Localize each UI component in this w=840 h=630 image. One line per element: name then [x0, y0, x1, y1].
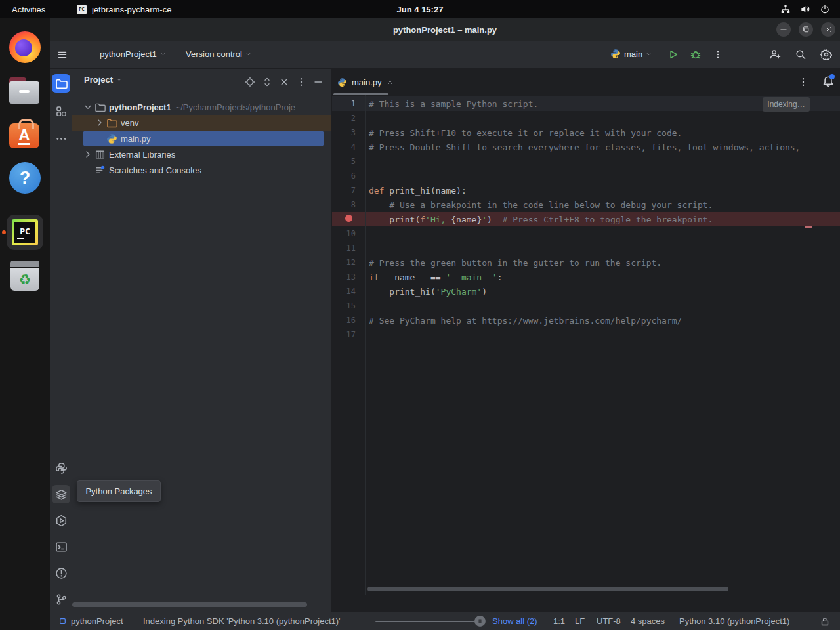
tree-item-external-libraries[interactable]: External Libraries [72, 146, 331, 162]
close-icon [824, 26, 832, 33]
stripe-project-folder-button[interactable] [52, 74, 70, 93]
breakpoint-stripe-mark [805, 226, 812, 228]
line-number[interactable]: 3 [332, 128, 356, 137]
chevron-right-icon[interactable] [94, 117, 105, 128]
vcs-selector[interactable]: Version control [186, 49, 251, 59]
stripe-python-packages-button[interactable] [52, 485, 70, 503]
line-number[interactable]: 16 [332, 316, 356, 325]
stripe-services-button[interactable] [52, 511, 70, 530]
notifications-bell[interactable] [822, 75, 835, 88]
dock-files-icon[interactable] [9, 75, 41, 106]
clock[interactable]: Jun 4 15:27 [397, 5, 444, 14]
interpreter-widget[interactable]: Python 3.10 (pythonProject1) [679, 612, 789, 630]
pause-indexing-button[interactable] [474, 616, 486, 627]
code-text: # See PyCharm help at https://www.jetbra… [356, 316, 682, 326]
line-number[interactable]: 11 [332, 243, 356, 253]
dock-firefox-icon[interactable] [9, 32, 41, 63]
stripe-terminal-button[interactable] [52, 537, 70, 556]
tree-item-pythonproject1[interactable]: pythonProject1~/PycharmProjects/pythonPr… [72, 99, 331, 115]
project-panel-header[interactable]: Project [84, 75, 122, 85]
line-number[interactable]: 1 [332, 99, 356, 108]
chevron-down-icon[interactable] [83, 102, 93, 112]
window-maximize-button[interactable] [799, 22, 813, 37]
stripe-version-control-button[interactable] [52, 590, 70, 608]
stripe-more-button[interactable] [52, 129, 70, 148]
window-minimize-button[interactable] [776, 22, 791, 37]
line-number[interactable]: 10 [332, 229, 356, 238]
search-everywhere-icon[interactable] [795, 49, 807, 60]
expand-all-icon[interactable] [262, 77, 272, 87]
tab-main-py[interactable]: main.py [337, 69, 394, 95]
run-button[interactable] [667, 49, 679, 60]
panel-horizontal-scrollbar[interactable] [72, 602, 307, 607]
problems-icon [55, 567, 68, 579]
encoding: UTF-8 [597, 616, 621, 626]
window-titlebar[interactable]: pythonProject1 – main.py [50, 18, 840, 41]
code-line-13: 13if __name__ == '__main__': [332, 270, 840, 284]
code-line-10: 10 [332, 226, 840, 241]
window-title: pythonProject1 – main.py [393, 25, 497, 35]
line-number[interactable]: 7 [332, 186, 356, 195]
tree-item-venv[interactable]: venv [72, 115, 331, 131]
collapse-all-icon[interactable] [279, 77, 289, 87]
status-project-widget[interactable]: pythonProject [59, 612, 123, 630]
tree-item-label: venv [121, 118, 138, 128]
gutter-separator [365, 95, 366, 595]
tab-close-icon[interactable] [387, 79, 394, 86]
locate-icon[interactable] [245, 77, 255, 87]
line-number[interactable]: 12 [332, 258, 356, 267]
code-area[interactable]: 1# This is a sample Python script.23# Pr… [332, 96, 840, 582]
breakpoint-gutter[interactable] [332, 215, 356, 224]
line-number[interactable]: 6 [332, 171, 356, 180]
code-line-7: 7def print_hi(name): [332, 183, 840, 198]
debug-button[interactable] [690, 49, 702, 60]
code-text: # Use a breakpoint in the code line belo… [356, 200, 713, 210]
line-number[interactable]: 2 [332, 114, 356, 123]
line-number[interactable]: 17 [332, 330, 356, 339]
notification-dot [830, 74, 835, 79]
line-number[interactable]: 14 [332, 287, 356, 296]
line-ending: LF [575, 616, 585, 626]
chevron-down-icon [245, 51, 251, 57]
project-selector[interactable]: pythonProject1 [100, 49, 166, 59]
volume-icon[interactable] [800, 4, 810, 14]
show-all-link[interactable]: Show all (2) [492, 612, 537, 630]
encoding-widget[interactable]: UTF-8 [597, 612, 621, 630]
tree-item-main-py[interactable]: main.py [72, 131, 331, 146]
line-number[interactable]: 13 [332, 272, 356, 282]
status-progress-text-wrap: Indexing Python SDK 'Python 3.10 (python… [143, 612, 341, 630]
dock-pycharm-icon[interactable]: PC [9, 215, 41, 246]
more-actions-icon[interactable] [713, 49, 723, 60]
indent-widget[interactable]: 4 spaces [631, 612, 665, 630]
line-number[interactable]: 8 [332, 200, 356, 209]
editor-horizontal-scrollbar[interactable] [368, 587, 728, 591]
tree-item-scratches-and-consoles[interactable]: Scratches and Consoles [72, 162, 331, 178]
stripe-structure-button[interactable] [52, 102, 70, 120]
main-menu-icon[interactable] [56, 50, 68, 60]
line-ending-widget[interactable]: LF [575, 612, 585, 630]
dock-trash-icon[interactable]: ♻ [9, 261, 41, 292]
code-with-me-icon[interactable] [769, 49, 781, 60]
power-icon[interactable] [820, 4, 830, 14]
network-icon[interactable] [780, 4, 791, 14]
python-file-icon [106, 133, 117, 144]
hide-icon[interactable] [313, 77, 324, 87]
window-close-button[interactable] [821, 22, 835, 37]
main-toolbar: pythonProject1 Version control main [50, 41, 840, 69]
dock-help-icon[interactable]: ? [9, 162, 41, 194]
python-packages-icon [55, 488, 68, 501]
line-number[interactable]: 5 [332, 157, 356, 166]
settings-icon[interactable] [820, 49, 832, 60]
lock-icon[interactable] [820, 616, 830, 627]
line-number[interactable]: 4 [332, 142, 356, 152]
breakpoint-dot[interactable] [345, 215, 352, 222]
kebab-icon[interactable] [296, 77, 306, 87]
editor-options-icon[interactable] [798, 77, 808, 87]
chevron-right-icon[interactable] [83, 149, 93, 159]
caret-position-widget[interactable]: 1:1 [553, 612, 565, 630]
stripe-problems-button[interactable] [52, 564, 70, 582]
dock-ubuntu-software-icon[interactable]: A [9, 118, 41, 150]
branch-selector[interactable]: main [610, 49, 652, 59]
stripe-python-console-button[interactable] [52, 459, 70, 477]
line-number[interactable]: 15 [332, 301, 356, 310]
